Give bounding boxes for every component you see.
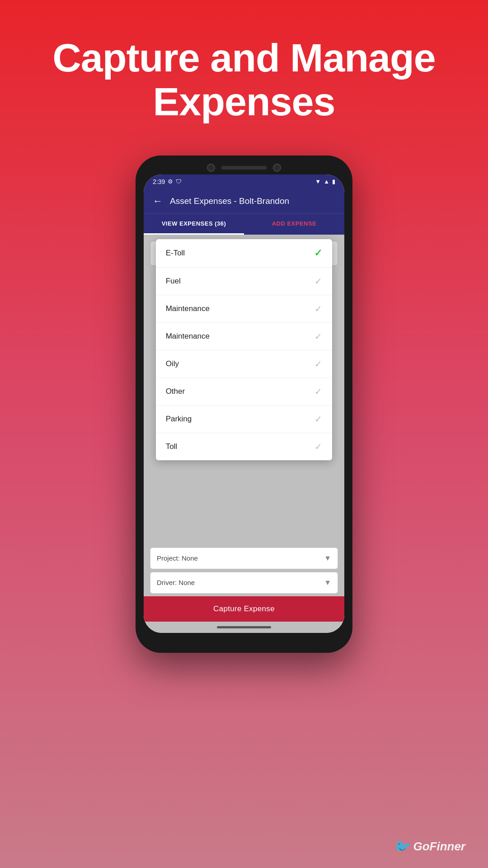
check-inactive-icon: ✓ [314, 303, 322, 314]
tab-view-expenses[interactable]: VIEW EXPENSES (36) [144, 214, 244, 235]
dropdown-item-parking-label: Parking [166, 415, 192, 424]
status-right: ▼ ▲ ▮ [315, 178, 335, 185]
dropdown-item-other-label: Other [166, 387, 185, 396]
app-bar-title: Asset Expenses - Bolt-Brandon [170, 196, 289, 206]
check-inactive-icon: ✓ [314, 414, 322, 425]
tab-add-expense[interactable]: ADD EXPENSE [244, 214, 344, 235]
brand-logo-icon: 🐦 [393, 839, 409, 854]
home-bar [217, 626, 271, 628]
wifi-icon: ▼ [315, 178, 321, 185]
dropdown-item-maintenance2[interactable]: Maintenance ✓ [156, 323, 333, 350]
tab-bar: VIEW EXPENSES (36) ADD EXPENSE [144, 213, 344, 235]
phone-speaker [221, 166, 267, 170]
check-inactive-icon: ✓ [314, 331, 322, 342]
check-inactive-icon: ✓ [314, 386, 322, 397]
dropdown-item-maintenance1[interactable]: Maintenance ✓ [156, 295, 333, 323]
battery-icon: ▮ [332, 178, 335, 185]
content-area: Date 06/06/2022 - 14:38 E-Toll ✓ Fuel ✓ [144, 235, 344, 633]
check-inactive-icon: ✓ [314, 441, 322, 452]
dropdown-item-etoll-label: E-Toll [166, 249, 185, 258]
phone-notch [144, 164, 344, 172]
chevron-down-icon: ▼ [324, 579, 331, 587]
bottom-fields: Project: None ▼ Driver: None ▼ Capture E… [144, 545, 344, 633]
back-button[interactable]: ← [153, 195, 163, 207]
dropdown-item-oily[interactable]: Oily ✓ [156, 350, 333, 378]
check-inactive-icon: ✓ [314, 359, 322, 369]
brand-name: GoFinner [413, 840, 465, 854]
dropdown-item-toll[interactable]: Toll ✓ [156, 433, 333, 460]
check-inactive-icon: ✓ [314, 276, 322, 287]
driver-select[interactable]: Driver: None ▼ [150, 572, 338, 594]
dropdown-item-other[interactable]: Other ✓ [156, 378, 333, 406]
app-bar: ← Asset Expenses - Bolt-Brandon [144, 189, 344, 213]
dropdown-item-oily-label: Oily [166, 359, 179, 368]
status-bar: 2:39 ⚙ 🛡 ▼ ▲ ▮ [144, 175, 344, 189]
dropdown-item-fuel[interactable]: Fuel ✓ [156, 268, 333, 295]
status-left: 2:39 ⚙ 🛡 [153, 178, 182, 185]
front-camera2-icon [273, 164, 281, 172]
dropdown-item-parking[interactable]: Parking ✓ [156, 406, 333, 433]
chevron-down-icon: ▼ [324, 554, 331, 562]
check-active-icon: ✓ [314, 247, 322, 259]
phone-body: 2:39 ⚙ 🛡 ▼ ▲ ▮ ← Asset Expenses - Bolt-B… [136, 156, 352, 653]
dropdown-item-maintenance2-label: Maintenance [166, 332, 210, 341]
dropdown-item-maintenance1-label: Maintenance [166, 304, 210, 313]
project-select-label: Project: None [157, 554, 198, 562]
driver-select-label: Driver: None [157, 579, 195, 586]
dropdown-item-etoll[interactable]: E-Toll ✓ [156, 239, 333, 268]
phone-mockup: 2:39 ⚙ 🛡 ▼ ▲ ▮ ← Asset Expenses - Bolt-B… [0, 156, 488, 653]
status-time: 2:39 [153, 178, 165, 185]
dropdown-item-toll-label: Toll [166, 442, 178, 451]
signal-icon: ▲ [324, 178, 329, 185]
home-indicator [144, 622, 344, 633]
front-camera-icon [207, 164, 215, 172]
capture-expense-button[interactable]: Capture Expense [144, 596, 344, 622]
project-select[interactable]: Project: None ▼ [150, 547, 338, 569]
settings-icon: ⚙ [168, 178, 173, 185]
phone-screen: 2:39 ⚙ 🛡 ▼ ▲ ▮ ← Asset Expenses - Bolt-B… [144, 175, 344, 633]
branding: 🐦 GoFinner [393, 839, 465, 854]
expense-type-dropdown: E-Toll ✓ Fuel ✓ Maintenance ✓ Maint [156, 239, 333, 460]
hero-title: Capture and Manage Expenses [0, 0, 488, 142]
dropdown-item-fuel-label: Fuel [166, 277, 181, 286]
shield-icon: 🛡 [176, 178, 182, 185]
